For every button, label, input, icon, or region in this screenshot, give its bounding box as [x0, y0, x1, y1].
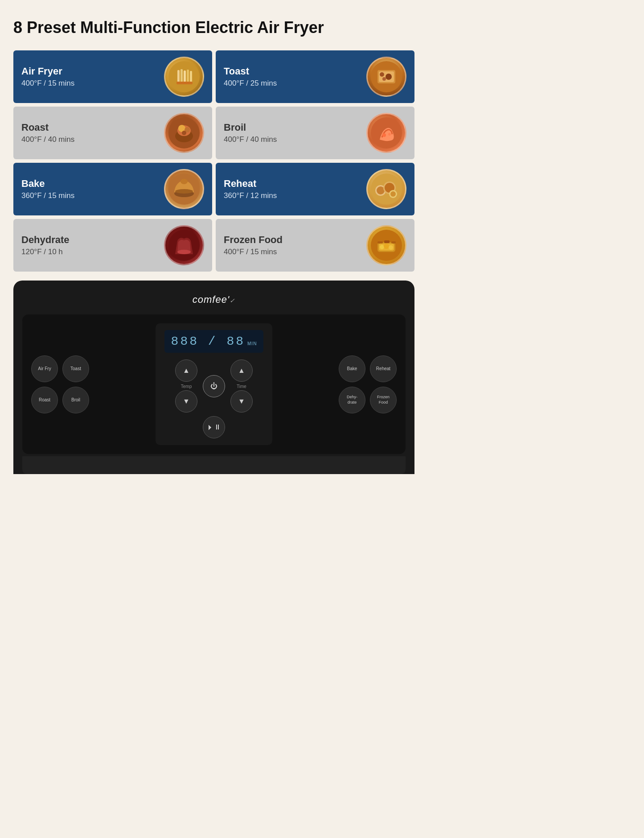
- preset-details-frozen-food: 400°F / 15 mins: [224, 248, 283, 256]
- preset-card-dehydrate: Dehydrate120°F / 10 h: [13, 219, 212, 272]
- preset-text-reheat: Reheat360°F / 12 mins: [224, 178, 277, 200]
- preset-text-toast: Toast400°F / 25 mins: [224, 66, 277, 88]
- svg-rect-41: [377, 241, 383, 244]
- air-fry-button[interactable]: Air Fry: [31, 355, 58, 382]
- svg-rect-42: [384, 240, 390, 243]
- preset-name-frozen-food: Frozen Food: [224, 234, 283, 246]
- svg-point-24: [180, 179, 188, 184]
- food-image-reheat: [366, 169, 406, 209]
- preset-name-bake: Bake: [21, 178, 74, 190]
- preset-details-toast: 400°F / 25 mins: [224, 79, 277, 88]
- btn-row-right-2: Dehy-drate FrozenFood: [339, 387, 397, 413]
- preset-card-frozen-food: Frozen Food400°F / 15 mins: [216, 219, 414, 272]
- preset-text-dehydrate: Dehydrate120°F / 10 h: [21, 234, 70, 256]
- brand-name: comfee'✓: [22, 294, 406, 305]
- preset-card-broil: Broil400°F / 40 mins: [216, 107, 414, 159]
- svg-point-11: [386, 74, 392, 80]
- svg-point-21: [388, 133, 391, 136]
- control-panel: Air Fry Toast Roast Broil 888 / 88 MIN: [22, 314, 406, 454]
- preset-card-bake: Bake360°F / 15 mins: [13, 163, 212, 215]
- svg-point-20: [382, 133, 386, 137]
- food-image-toast: [366, 57, 406, 97]
- preset-details-broil: 400°F / 40 mins: [224, 135, 277, 144]
- page-title: 8 Preset Multi-Function Electric Air Fry…: [13, 18, 414, 37]
- ctrl-btn-row-2: ⏵⏸: [203, 416, 225, 438]
- display-screen: 888 / 88 MIN: [164, 330, 264, 353]
- display-digits: 888 / 88: [171, 334, 245, 348]
- reheat-button[interactable]: Reheat: [370, 355, 397, 382]
- time-up-button[interactable]: ▲: [230, 359, 253, 382]
- time-label: Time: [237, 384, 246, 389]
- food-image-roast: [164, 113, 204, 153]
- buttons-left: Air Fry Toast Roast Broil: [31, 355, 89, 413]
- preset-card-air-fryer: Air Fryer400°F / 15 mins: [13, 50, 212, 103]
- preset-text-bake: Bake360°F / 15 mins: [21, 178, 74, 200]
- svg-point-38: [380, 245, 384, 249]
- preset-card-roast: Roast400°F / 40 mins: [13, 107, 212, 159]
- preset-name-dehydrate: Dehydrate: [21, 234, 70, 246]
- preset-name-toast: Toast: [224, 66, 277, 77]
- buttons-right: Bake Reheat Dehy-drate FrozenFood: [339, 355, 397, 413]
- preset-text-broil: Broil400°F / 40 mins: [224, 122, 277, 144]
- temp-control-group: ▲ Temp ▼: [175, 359, 197, 413]
- temp-up-button[interactable]: ▲: [175, 359, 197, 382]
- dehydrate-button[interactable]: Dehy-drate: [339, 387, 365, 413]
- preset-details-air-fryer: 400°F / 15 mins: [21, 79, 74, 88]
- preset-name-broil: Broil: [224, 122, 277, 133]
- preset-details-bake: 360°F / 15 mins: [21, 191, 74, 200]
- bake-button[interactable]: Bake: [339, 355, 365, 382]
- roast-button[interactable]: Roast: [31, 387, 58, 413]
- svg-point-39: [384, 244, 389, 249]
- svg-rect-3: [184, 70, 186, 83]
- display-min: MIN: [247, 341, 257, 346]
- preset-name-reheat: Reheat: [224, 178, 277, 190]
- ctrl-btn-row-1: ▲ Temp ▼ ⏻ ▲ Time ▼: [175, 359, 253, 413]
- btn-row-1: Air Fry Toast: [31, 355, 89, 382]
- svg-point-40: [389, 245, 393, 250]
- svg-point-25: [175, 189, 193, 194]
- preset-text-roast: Roast400°F / 40 mins: [21, 122, 74, 144]
- preset-text-air-fryer: Air Fryer400°F / 15 mins: [21, 66, 74, 88]
- svg-rect-43: [391, 241, 396, 244]
- svg-point-10: [380, 72, 384, 77]
- btn-row-2: Roast Broil: [31, 387, 89, 413]
- control-buttons-center: ▲ Temp ▼ ⏻ ▲ Time ▼ ⏵⏸: [164, 359, 264, 438]
- temp-label: Temp: [181, 384, 192, 389]
- svg-point-18: [182, 131, 186, 135]
- svg-rect-4: [187, 70, 189, 83]
- preset-name-air-fryer: Air Fryer: [21, 66, 74, 77]
- svg-rect-6: [176, 82, 193, 84]
- preset-card-toast: Toast400°F / 25 mins: [216, 50, 414, 103]
- preset-text-frozen-food: Frozen Food400°F / 15 mins: [224, 234, 283, 256]
- play-pause-button[interactable]: ⏵⏸: [203, 416, 225, 438]
- preset-details-reheat: 360°F / 12 mins: [224, 191, 277, 200]
- preset-details-dehydrate: 120°F / 10 h: [21, 248, 70, 256]
- svg-point-34: [177, 250, 191, 254]
- presets-grid: Air Fryer400°F / 15 mins Toast400°F / 25…: [13, 50, 414, 272]
- food-image-broil: [366, 113, 406, 153]
- preset-name-roast: Roast: [21, 122, 74, 133]
- food-image-air-fryer: [164, 57, 204, 97]
- svg-rect-5: [190, 71, 192, 83]
- food-image-dehydrate: [164, 225, 204, 265]
- food-image-bake: [164, 169, 204, 209]
- svg-rect-1: [177, 70, 180, 83]
- svg-point-32: [390, 191, 396, 197]
- svg-rect-2: [180, 69, 183, 83]
- display-section: 888 / 88 MIN ▲ Temp ▼ ⏻ ▲ Time: [156, 323, 273, 445]
- temp-down-button[interactable]: ▼: [175, 390, 197, 413]
- food-image-frozen-food: [366, 225, 406, 265]
- time-control-group: ▲ Time ▼: [230, 359, 253, 413]
- preset-card-reheat: Reheat360°F / 12 mins: [216, 163, 414, 215]
- toast-button[interactable]: Toast: [62, 355, 89, 382]
- frozen-food-button[interactable]: FrozenFood: [370, 387, 397, 413]
- time-down-button[interactable]: ▼: [230, 390, 253, 413]
- preset-details-roast: 400°F / 40 mins: [21, 135, 74, 144]
- svg-point-12: [382, 77, 386, 81]
- device-bottom: [22, 456, 406, 474]
- broil-button[interactable]: Broil: [62, 387, 89, 413]
- power-button[interactable]: ⏻: [203, 375, 225, 397]
- device-section: comfee'✓ Air Fry Toast Roast Broil 888 /…: [13, 281, 414, 474]
- page-wrapper: 8 Preset Multi-Function Electric Air Fry…: [0, 0, 428, 474]
- btn-row-right-1: Bake Reheat: [339, 355, 397, 382]
